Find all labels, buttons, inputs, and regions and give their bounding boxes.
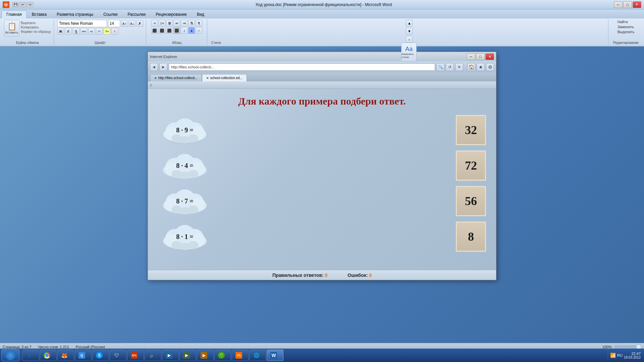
forward-btn[interactable]: ► [159,63,167,71]
browser-close-btn[interactable]: ✕ [485,53,494,60]
highlight-btn[interactable]: Аa [104,28,110,35]
maximize-btn[interactable]: □ [623,1,632,8]
line-spacing-btn[interactable]: ↕ [181,27,187,34]
taskbar-ie[interactable]: e [22,350,39,361]
taskbar-freestudio[interactable]: FS [232,350,249,361]
start-button[interactable] [1,349,19,361]
align-right-btn[interactable]: ⬛ [166,27,173,34]
border-btn[interactable]: □ [196,27,202,34]
paste-button[interactable]: 📋 Вставить [4,20,19,37]
favorites-btn[interactable]: ★ [477,63,485,71]
shading-btn[interactable]: ▲ [188,27,195,34]
answer-box-4[interactable]: 8 [456,222,486,252]
search-browser-btn[interactable]: 🔍 [436,63,444,71]
taskbar-mediaplayer[interactable]: ▶ [162,350,179,361]
find-button[interactable]: Найти [618,20,628,24]
superscript-btn[interactable]: x² [96,28,103,35]
select-button[interactable]: Выделить [618,30,635,34]
problem-2[interactable]: 8 · 4 = [158,150,212,181]
align-center-btn[interactable]: ⬛ [159,27,165,34]
bold-btn[interactable]: Ж [57,28,64,35]
tab-insert[interactable]: Вставка [27,10,52,18]
tab-review[interactable]: Рецензирование [151,10,192,18]
taskbar-skype[interactable]: S [92,350,109,361]
taskbar-player3[interactable]: ▶ [197,350,214,361]
close-btn[interactable]: ✕ [633,1,641,8]
copy-button[interactable]: Копировать [21,25,51,29]
decrease-indent-btn[interactable]: ⇐ [173,20,180,26]
problem-4[interactable]: 8 · 1 = [158,222,212,252]
clear-format-btn[interactable]: ✗ [137,20,143,27]
svg-point-17 [188,170,198,178]
taskbar-321[interactable]: 321 [127,350,144,361]
taskbar-firefox[interactable]: 🦊 [57,350,74,361]
taskbar-separator [21,350,21,360]
browser-minimize-btn[interactable]: ─ [467,53,475,60]
zoom-slider[interactable] [614,345,641,349]
font-color-btn[interactable]: А [111,28,118,35]
refresh-btn[interactable]: ↺ [446,63,454,71]
minimize-btn[interactable]: ─ [614,1,623,8]
replace-button[interactable]: Заменить [618,25,634,29]
back-btn[interactable]: ◄ [150,63,158,71]
taskbar-utorrent[interactable]: µ [145,350,161,361]
bullet-list-btn[interactable]: ≡ [151,20,158,26]
sort-btn[interactable]: ⇅ [188,20,195,26]
tab-mailings[interactable]: Рассылки [122,10,151,18]
tab-references[interactable]: Ссылки [98,10,122,18]
settings-nav-btn[interactable]: ⚙ [486,63,494,71]
answer-box-3[interactable]: 56 [456,186,486,216]
taskbar-qip[interactable]: Q [75,350,92,361]
browser-maximize-btn[interactable]: □ [476,53,485,60]
taskbar-network[interactable]: 🌐 [249,350,266,361]
format-painter-button[interactable]: Формат по образцу [21,30,51,34]
tab2-close[interactable]: ✕ [206,76,209,80]
numbered-list-btn[interactable]: 1≡ [159,20,165,26]
styles-scroll-up-btn[interactable]: ▲ [406,20,413,26]
increase-indent-btn[interactable]: ⇒ [181,20,187,26]
styles-scroll-down-btn[interactable]: ▼ [406,28,413,35]
problem-3[interactable]: 8 · 7 = [158,186,212,216]
stop-btn[interactable]: ✕ [455,63,463,71]
correct-answers-label: Правильных ответов: 0 [272,273,327,278]
tab1-close[interactable]: ✕ [154,76,157,80]
justify-btn[interactable]: ⬛ [173,27,180,34]
font-shrink-btn[interactable]: A↓ [129,20,136,27]
language-status: Русский (Россия) [76,345,105,349]
taskbar-player2[interactable]: ▶ [179,350,196,361]
browser-tab-2[interactable]: ✕ school-collection.ed... [202,74,247,81]
font-grow-btn[interactable]: A↑ [121,20,128,27]
answer-box-1[interactable]: 32 [456,115,486,145]
strikethrough-btn[interactable]: зач [80,28,87,35]
cut-button[interactable]: Вырезать [21,21,51,25]
quick-save-btn[interactable]: 💾 [12,2,19,7]
change-styles-btn[interactable]: Aa Изменить стили [401,43,417,61]
problem-1[interactable]: 8 · 9 = [158,115,212,145]
browser-tab-1[interactable]: ✕ http://files.school-collecti... [150,74,202,81]
align-left-btn[interactable]: ⬛ [151,27,158,34]
home-btn[interactable]: 🏠 [467,63,475,71]
show-marks-btn[interactable]: ¶ [196,20,202,26]
multilevel-list-btn[interactable]: ≣ [166,20,173,26]
quick-redo-btn[interactable]: ↪ [27,2,34,7]
taskbar-word[interactable]: W [267,350,283,361]
font-name-input[interactable]: Times New Roman [57,20,107,27]
underline-btn[interactable]: Ч [73,28,79,35]
font-size-input[interactable]: 14 [108,20,120,27]
tab-view[interactable]: Вид [192,10,209,18]
answer-box-2[interactable]: 72 [456,150,486,181]
taskbar-kaspersky2[interactable]: ⛉ [214,350,231,361]
styles-expand-btn[interactable]: ⬦ [406,36,413,43]
toolbar-icon-btn[interactable]: ||| [150,83,152,87]
address-bar[interactable]: http://files.school-collecti... [169,63,435,71]
tab-page-layout[interactable]: Разметка страницы [52,10,98,18]
taskbar-kaspersky[interactable]: 🛡 [110,350,126,361]
tab-home[interactable]: Главная [1,10,27,18]
quick-undo-btn[interactable]: ↩ [19,2,26,7]
italic-btn[interactable]: К [65,28,72,35]
subscript-btn[interactable]: x₂ [88,28,95,35]
taskbar-chrome[interactable] [40,350,57,361]
player3-icon: ▶ [201,352,207,359]
ribbon-group-styles: AaBbCcL Выделение AaBbC Заголовок 1 AaBb… [208,19,608,45]
ribbon-group-editing: Найти Заменить Выделить Редактирование [609,19,643,45]
